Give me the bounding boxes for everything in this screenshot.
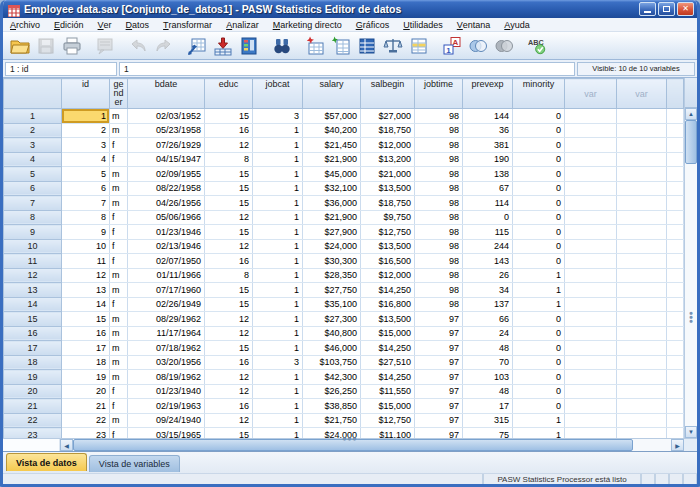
cell-jobcat[interactable]: 1 <box>253 239 303 254</box>
cell-bdate[interactable]: 02/19/1963 <box>128 399 205 414</box>
column-header-var[interactable]: var <box>565 79 617 109</box>
cell-id[interactable]: 22 <box>62 413 110 428</box>
select-cases-button[interactable] <box>406 34 432 58</box>
cell-var[interactable] <box>565 399 617 414</box>
cell-jobtime[interactable]: 98 <box>415 210 463 225</box>
column-header-prevexp[interactable]: prevexp <box>463 79 513 109</box>
cell-educ[interactable]: 15 <box>205 297 253 312</box>
cell-jobtime[interactable]: 97 <box>415 428 463 439</box>
cell-var[interactable] <box>565 167 617 182</box>
cell-var[interactable] <box>617 297 667 312</box>
cell-jobtime[interactable]: 98 <box>415 239 463 254</box>
cell-salary[interactable]: $36,000 <box>303 196 361 211</box>
cell-bdate[interactable]: 05/06/1966 <box>128 210 205 225</box>
cell-var[interactable] <box>565 152 617 167</box>
cell-salary[interactable]: $28,350 <box>303 268 361 283</box>
menu-marketing-directo[interactable]: Marketing directo <box>266 18 349 32</box>
cell-prevexp[interactable]: 137 <box>463 297 513 312</box>
cell-jobtime[interactable]: 98 <box>415 138 463 153</box>
cell-var[interactable] <box>617 225 667 240</box>
cell-gender[interactable]: m <box>110 123 128 138</box>
cell-bdate[interactable]: 07/18/1962 <box>128 341 205 356</box>
cell-salbegin[interactable]: $11,100 <box>361 428 415 439</box>
cell-var[interactable] <box>617 312 667 327</box>
tab-vista-de-variables[interactable]: Vista de variables <box>89 455 180 472</box>
menu-archivo[interactable]: Archivo <box>3 18 47 32</box>
cell-jobtime[interactable]: 97 <box>415 384 463 399</box>
cell-educ[interactable]: 12 <box>205 138 253 153</box>
cell-prevexp[interactable]: 67 <box>463 181 513 196</box>
cell-var[interactable] <box>565 355 617 370</box>
cell-var[interactable] <box>617 239 667 254</box>
cell-salary[interactable]: $35,100 <box>303 297 361 312</box>
cell-prevexp[interactable]: 115 <box>463 225 513 240</box>
cell-minority[interactable]: 0 <box>513 181 565 196</box>
cell-salbegin[interactable]: $13,500 <box>361 181 415 196</box>
cell-id[interactable]: 13 <box>62 283 110 298</box>
cell-id[interactable]: 6 <box>62 181 110 196</box>
row-number[interactable]: 7 <box>4 196 62 211</box>
cell-var[interactable] <box>565 312 617 327</box>
cell-educ[interactable]: 15 <box>205 109 253 124</box>
cell-var[interactable] <box>565 268 617 283</box>
cell-educ[interactable]: 12 <box>205 326 253 341</box>
cell-minority[interactable]: 1 <box>513 268 565 283</box>
cell-educ[interactable]: 8 <box>205 152 253 167</box>
cell-gender[interactable]: m <box>110 312 128 327</box>
close-button[interactable]: ✕ <box>677 2 694 16</box>
row-number[interactable]: 15 <box>4 312 62 327</box>
cell-prevexp[interactable]: 36 <box>463 123 513 138</box>
cell-prevexp[interactable]: 143 <box>463 254 513 269</box>
find-button[interactable] <box>269 34 295 58</box>
cell-id[interactable]: 3 <box>62 138 110 153</box>
cell-gender[interactable]: f <box>110 428 128 439</box>
cell-var[interactable] <box>565 225 617 240</box>
cell-jobcat[interactable]: 1 <box>253 283 303 298</box>
cell-bdate[interactable]: 08/19/1962 <box>128 370 205 385</box>
cell-jobtime[interactable]: 98 <box>415 152 463 167</box>
cell-var[interactable] <box>565 210 617 225</box>
cell-gender[interactable]: m <box>110 355 128 370</box>
cell-var[interactable] <box>565 109 617 124</box>
cell-jobcat[interactable]: 1 <box>253 384 303 399</box>
column-header-educ[interactable]: educ <box>205 79 253 109</box>
title-bar[interactable]: Employee data.sav [Conjunto_de_datos1] -… <box>3 0 697 18</box>
cell-jobcat[interactable]: 1 <box>253 196 303 211</box>
cell-var[interactable] <box>617 370 667 385</box>
column-header-gender[interactable]: gender <box>110 79 128 109</box>
cell-bdate[interactable]: 02/09/1955 <box>128 167 205 182</box>
cell-bdate[interactable]: 03/15/1965 <box>128 428 205 439</box>
cell-educ[interactable]: 12 <box>205 210 253 225</box>
cell-id[interactable]: 15 <box>62 312 110 327</box>
split-file-button[interactable] <box>354 34 380 58</box>
cell-gender[interactable]: m <box>110 268 128 283</box>
cell-var[interactable] <box>565 239 617 254</box>
cell-salbegin[interactable]: $12,000 <box>361 138 415 153</box>
cell-var[interactable] <box>565 370 617 385</box>
cell-id[interactable]: 21 <box>62 399 110 414</box>
cell-var[interactable] <box>617 152 667 167</box>
menu-transformar[interactable]: Transformar <box>156 18 219 32</box>
cell-jobtime[interactable]: 98 <box>415 109 463 124</box>
row-number[interactable]: 18 <box>4 355 62 370</box>
cell-minority[interactable]: 1 <box>513 413 565 428</box>
cell-prevexp[interactable]: 144 <box>463 109 513 124</box>
cell-gender[interactable]: m <box>110 341 128 356</box>
cell-var[interactable] <box>565 181 617 196</box>
cell-prevexp[interactable]: 103 <box>463 370 513 385</box>
scroll-up-arrow[interactable]: ▲ <box>685 108 697 120</box>
cell-var[interactable] <box>565 138 617 153</box>
cell-prevexp[interactable]: 0 <box>463 210 513 225</box>
cell-var[interactable] <box>565 123 617 138</box>
cell-salary[interactable]: $103,750 <box>303 355 361 370</box>
goto-case-button[interactable] <box>184 34 210 58</box>
cell-salbegin[interactable]: $13,500 <box>361 239 415 254</box>
cell-educ[interactable]: 12 <box>205 384 253 399</box>
cell-salary[interactable]: $27,900 <box>303 225 361 240</box>
cell-minority[interactable]: 1 <box>513 297 565 312</box>
cell-salbegin[interactable]: $11,550 <box>361 384 415 399</box>
cell-jobcat[interactable]: 1 <box>253 370 303 385</box>
cell-salbegin[interactable]: $15,000 <box>361 326 415 341</box>
cell-salbegin[interactable]: $12,750 <box>361 225 415 240</box>
vertical-scroll-thumb[interactable] <box>685 120 697 164</box>
